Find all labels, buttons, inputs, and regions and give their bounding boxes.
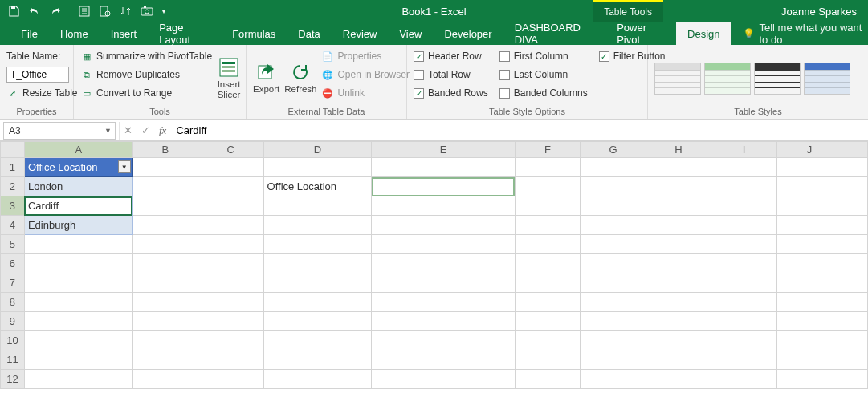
cell[interactable] — [198, 158, 263, 177]
cell[interactable] — [842, 331, 868, 350]
style-swatch[interactable] — [654, 63, 701, 95]
row-header-1[interactable]: 1 — [1, 158, 25, 177]
total-row-checkbox[interactable]: Total Row — [414, 67, 488, 83]
resize-table-button[interactable]: ⤢ Resize Table — [6, 85, 77, 101]
style-swatch[interactable] — [704, 63, 751, 95]
cell[interactable] — [263, 158, 372, 177]
cell[interactable] — [24, 254, 132, 273]
cell[interactable] — [372, 254, 516, 273]
row-header-5[interactable]: 5 — [1, 235, 25, 254]
cell[interactable] — [842, 235, 868, 254]
cell[interactable] — [263, 293, 372, 312]
cell-A3[interactable]: Cardiff — [24, 196, 132, 216]
col-header-B[interactable]: B — [132, 142, 198, 158]
cell[interactable] — [711, 293, 776, 312]
row-header-6[interactable]: 6 — [1, 254, 25, 273]
cell[interactable] — [372, 312, 516, 331]
row-header-7[interactable]: 7 — [1, 273, 25, 293]
cell[interactable] — [132, 254, 198, 273]
cell[interactable] — [711, 177, 776, 196]
cell[interactable] — [263, 331, 372, 350]
select-all-corner[interactable] — [1, 142, 25, 158]
cell[interactable] — [581, 293, 646, 312]
new-sheet-icon[interactable] — [75, 2, 93, 20]
col-header-A[interactable]: A — [24, 142, 132, 158]
qat-customize-icon[interactable]: ▾ — [159, 2, 169, 20]
cell[interactable] — [646, 235, 711, 254]
cell[interactable] — [646, 293, 711, 312]
row-header-9[interactable]: 9 — [1, 312, 25, 331]
cell[interactable] — [646, 177, 711, 196]
cell[interactable] — [24, 312, 132, 331]
col-header-J[interactable]: J — [776, 142, 842, 158]
cell[interactable] — [515, 273, 580, 293]
cell[interactable] — [581, 177, 646, 196]
accept-formula-button[interactable]: ✓ — [137, 122, 154, 140]
cell[interactable] — [198, 196, 263, 216]
cell[interactable] — [776, 216, 842, 235]
cell[interactable] — [711, 158, 776, 177]
cell[interactable] — [24, 350, 132, 370]
tell-me-search[interactable]: 💡 Tell me what you want to do — [731, 22, 869, 45]
cell[interactable] — [198, 235, 263, 254]
cell[interactable] — [842, 273, 868, 293]
tab-page-layout[interactable]: Page Layout — [148, 22, 221, 45]
cell[interactable] — [372, 370, 516, 389]
remove-duplicates-button[interactable]: ⧉Remove Duplicates — [80, 67, 212, 83]
export-button[interactable]: Export — [253, 48, 279, 105]
cell[interactable] — [581, 273, 646, 293]
cell[interactable] — [776, 331, 842, 350]
cell[interactable] — [24, 235, 132, 254]
tab-power-pivot[interactable]: Power Pivot — [605, 22, 676, 45]
cell[interactable] — [198, 216, 263, 235]
cell-E2[interactable] — [372, 177, 516, 196]
cell[interactable] — [132, 370, 198, 389]
cell[interactable] — [515, 235, 580, 254]
cell[interactable] — [198, 331, 263, 350]
cell[interactable] — [776, 273, 842, 293]
cell[interactable] — [263, 273, 372, 293]
cell[interactable] — [711, 235, 776, 254]
cell[interactable] — [263, 254, 372, 273]
cell-D2[interactable]: Office Location — [263, 177, 372, 196]
table-name-input[interactable] — [6, 67, 69, 83]
row-header-4[interactable]: 4 — [1, 216, 25, 235]
summarize-pivot-button[interactable]: ▦Summarize with PivotTable — [80, 48, 212, 64]
save-icon[interactable] — [5, 2, 22, 20]
cell[interactable] — [372, 350, 516, 370]
cell[interactable] — [646, 350, 711, 370]
cell[interactable] — [581, 196, 646, 216]
cell[interactable] — [776, 177, 842, 196]
col-header-F[interactable]: F — [515, 142, 580, 158]
cell[interactable] — [132, 216, 198, 235]
cell[interactable] — [24, 331, 132, 350]
cell[interactable] — [776, 350, 842, 370]
tab-data[interactable]: Data — [287, 22, 331, 45]
cell[interactable] — [372, 293, 516, 312]
cell[interactable] — [198, 350, 263, 370]
cell[interactable] — [776, 370, 842, 389]
banded-rows-checkbox[interactable]: Banded Rows — [414, 85, 488, 101]
header-row-checkbox[interactable]: Header Row — [414, 48, 488, 64]
cell[interactable] — [372, 331, 516, 350]
row-header-3[interactable]: 3 — [1, 196, 25, 216]
banded-columns-checkbox[interactable]: Banded Columns — [499, 85, 588, 101]
cell-A4[interactable]: Edinburgh — [24, 216, 132, 235]
table-styles-gallery[interactable] — [654, 48, 850, 105]
cell[interactable] — [646, 158, 711, 177]
cell[interactable] — [776, 254, 842, 273]
tab-developer[interactable]: Developer — [433, 22, 503, 45]
cell[interactable] — [132, 312, 198, 331]
chevron-down-icon[interactable]: ▼ — [104, 127, 112, 135]
tab-home[interactable]: Home — [49, 22, 100, 45]
tab-formulas[interactable]: Formulas — [221, 22, 287, 45]
cell[interactable] — [372, 235, 516, 254]
col-header-I[interactable]: I — [711, 142, 776, 158]
cell[interactable] — [711, 350, 776, 370]
col-header-D[interactable]: D — [263, 142, 372, 158]
spreadsheet-grid[interactable]: A B C D E F G H I J 1 Office Location▼ 2 — [0, 141, 868, 405]
cell[interactable] — [132, 273, 198, 293]
cell[interactable] — [372, 216, 516, 235]
cancel-formula-button[interactable]: ✕ — [119, 122, 137, 140]
cell[interactable] — [581, 158, 646, 177]
